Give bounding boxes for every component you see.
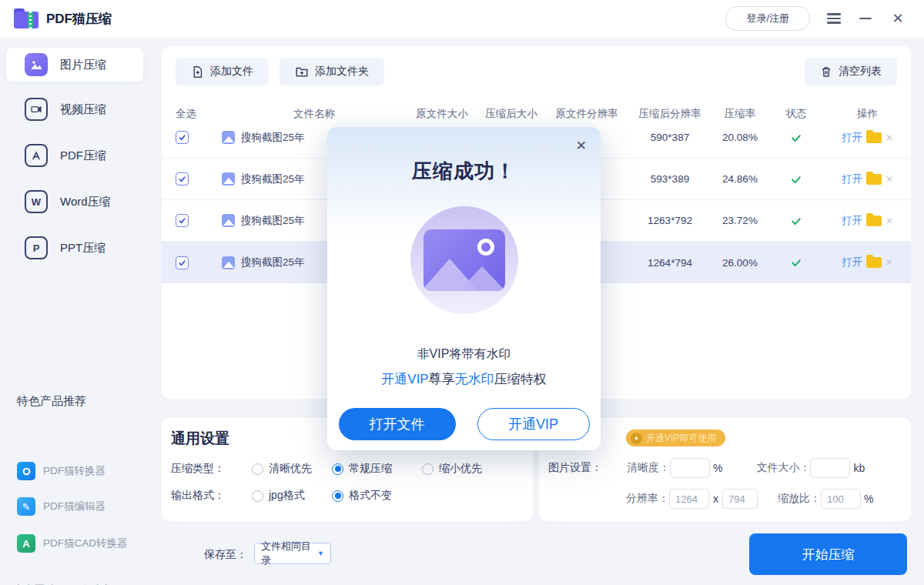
filesize-label: 文件大小：: [756, 461, 810, 475]
featured-item-cad-converter[interactable]: A PDF猫CAD转换器: [17, 534, 128, 553]
vip-promo-line: 开通VIP尊享无水印压缩特权: [327, 370, 601, 388]
radio-keep-format[interactable]: 格式不变: [332, 489, 422, 503]
remove-row-icon[interactable]: ✕: [886, 216, 893, 226]
compression-ratio: 24.86%: [711, 173, 768, 185]
scale-input[interactable]: [821, 489, 861, 509]
radio-label: 缩小优先: [439, 462, 482, 476]
sidebar-item-image-compress[interactable]: 图片压缩: [6, 48, 143, 82]
video-compress-icon: [25, 98, 48, 121]
featured-item-label: PDF猫编辑器: [43, 500, 105, 513]
title-bar: PDF猫压缩 登录/注册 ✕: [0, 0, 924, 37]
open-link[interactable]: 打开: [842, 214, 862, 228]
scale-unit: %: [864, 493, 873, 505]
featured-item-converter[interactable]: PDF猫转换器: [17, 462, 105, 480]
filesize-input[interactable]: [810, 458, 850, 478]
success-image-badge: [410, 206, 518, 314]
open-link[interactable]: 打开: [842, 172, 862, 186]
chevron-down-icon: ▼: [317, 550, 324, 557]
compression-ratio: 23.72%: [711, 215, 768, 226]
compress-type-label: 压缩类型：: [171, 462, 242, 476]
image-compress-icon: [25, 53, 48, 76]
radio-label: jpg格式: [269, 489, 305, 503]
file-name: 搜狗截图25年: [241, 172, 305, 186]
image-icon: [424, 229, 505, 291]
status-check-icon: [768, 215, 824, 227]
add-file-button[interactable]: 添加文件: [176, 58, 269, 85]
featured-products-title: 特色产品推荐: [17, 394, 86, 409]
remove-row-icon[interactable]: ✕: [886, 132, 893, 143]
sidebar-item-video-compress[interactable]: 视频压缩: [6, 92, 143, 126]
vip-gem-icon: ♦: [631, 433, 642, 444]
sidebar-item-label: PPT压缩: [60, 241, 105, 256]
row-checkbox[interactable]: [176, 131, 189, 144]
image-file-icon: [222, 131, 235, 144]
status-check-icon: [768, 173, 824, 186]
radio-normal-compress[interactable]: 常规压缩: [332, 462, 422, 476]
sidebar-item-label: 图片压缩: [60, 58, 106, 72]
open-link[interactable]: 打开: [842, 256, 862, 269]
vip-promo-open-vip[interactable]: 开通VIP: [381, 372, 428, 386]
scale-label: 缩放比：: [778, 492, 821, 506]
radio-label: 常规压缩: [349, 462, 392, 476]
open-file-button[interactable]: 打开文件: [339, 408, 456, 440]
add-folder-button[interactable]: 添加文件夹: [280, 58, 384, 85]
clear-list-button[interactable]: 清空列表: [805, 58, 897, 85]
close-icon[interactable]: ✕: [890, 11, 906, 26]
open-link[interactable]: 打开: [842, 131, 862, 145]
folder-icon[interactable]: [866, 257, 882, 268]
sidebar-item-pdf-compress[interactable]: PDF压缩: [6, 139, 143, 172]
filesize-unit: kb: [853, 462, 865, 474]
status-check-icon: [768, 256, 824, 269]
modal-close-icon[interactable]: ✕: [576, 139, 587, 152]
image-file-icon: [222, 214, 235, 227]
start-compress-button[interactable]: 开始压缩: [749, 533, 907, 575]
image-file-icon: [222, 172, 235, 186]
row-checkbox[interactable]: [176, 172, 189, 186]
hamburger-menu-icon[interactable]: [827, 13, 841, 24]
app-logo-icon: [14, 8, 38, 28]
word-compress-icon: W: [25, 190, 48, 213]
output-format-label: 输出格式：: [171, 489, 242, 503]
vip-promo-text: 压缩特权: [494, 372, 547, 386]
folder-icon[interactable]: [866, 132, 882, 143]
radio-size-priority[interactable]: 缩小优先: [422, 462, 482, 476]
app-title: PDF猫压缩: [46, 10, 112, 28]
list-toolbar: 添加文件 添加文件夹 清空列表: [176, 58, 897, 85]
folder-icon[interactable]: [866, 216, 882, 226]
vip-badge-label: 开通VIP即可使用: [646, 432, 716, 445]
file-name: 搜狗截图25年: [241, 256, 305, 269]
sidebar-item-label: Word压缩: [60, 195, 111, 209]
radio-jpg-format[interactable]: jpg格式: [252, 489, 332, 503]
row-checkbox[interactable]: [176, 214, 189, 227]
sidebar-item-ppt-compress[interactable]: P PPT压缩: [6, 231, 143, 265]
remove-row-icon[interactable]: ✕: [886, 257, 893, 268]
remove-row-icon[interactable]: ✕: [886, 174, 893, 185]
folder-icon[interactable]: [866, 174, 882, 185]
clear-list-label: 清空列表: [839, 65, 882, 79]
sidebar-item-label: PDF压缩: [60, 149, 106, 163]
vip-promo-text: 尊享: [429, 372, 455, 386]
save-to-label: 保存至：: [204, 548, 247, 562]
sidebar-item-word-compress[interactable]: W Word压缩: [6, 185, 143, 219]
editor-icon: ✎: [17, 497, 35, 516]
minimize-icon[interactable]: [858, 11, 873, 26]
cad-converter-icon: A: [17, 534, 35, 553]
resolution-width-input[interactable]: [669, 489, 709, 509]
save-location-value: 文件相同目录: [261, 540, 317, 567]
featured-item-editor[interactable]: ✎ PDF猫编辑器: [17, 497, 105, 516]
compressed-resolution: 590*387: [628, 132, 711, 143]
open-vip-button[interactable]: 开通VIP: [477, 408, 590, 440]
status-check-icon: [768, 132, 824, 144]
image-file-icon: [222, 256, 235, 269]
vip-unlock-badge[interactable]: ♦ 开通VIP即可使用: [626, 430, 725, 446]
add-folder-label: 添加文件夹: [315, 65, 369, 79]
row-checkbox[interactable]: [176, 256, 189, 269]
resolution-height-input[interactable]: [722, 489, 758, 509]
compressed-resolution: 1264*794: [628, 257, 711, 269]
login-register-button[interactable]: 登录/注册: [725, 6, 810, 31]
sidebar-item-label: 视频压缩: [60, 102, 106, 117]
clarity-input[interactable]: [670, 458, 710, 478]
save-location-select[interactable]: 文件相同目录 ▼: [254, 543, 331, 564]
radio-clarity-priority[interactable]: 清晰优先: [252, 462, 332, 476]
compress-success-modal: ✕ 压缩成功！ 非VIP将带有水印 开通VIP尊享无水印压缩特权 打开文件 开通…: [327, 127, 601, 450]
